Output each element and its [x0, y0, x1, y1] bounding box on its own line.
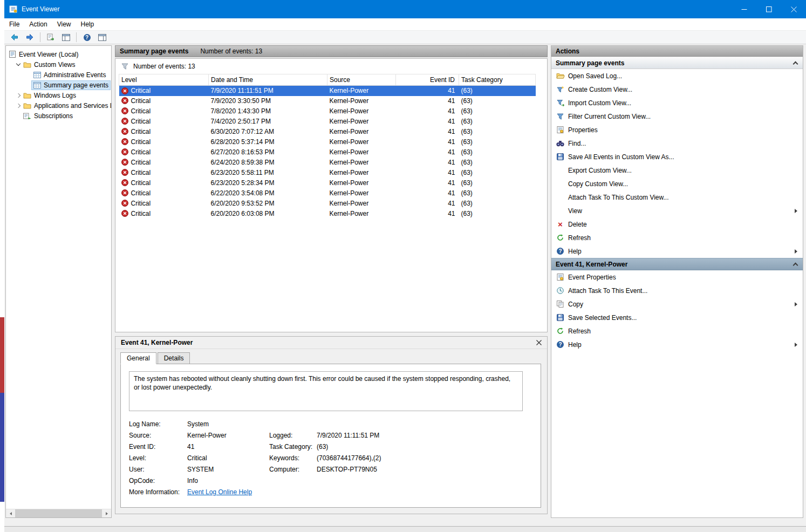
action-refresh[interactable]: Refresh [551, 231, 803, 244]
tab-details[interactable]: Details [158, 352, 190, 364]
action-copy-custom-view[interactable]: Copy Custom View... [551, 177, 803, 190]
console-tree-icon [62, 33, 71, 41]
action-find[interactable]: Find... [551, 137, 803, 150]
help-button[interactable]: ? [80, 31, 94, 43]
column-header-source[interactable]: Source [327, 74, 396, 86]
event-row[interactable]: Critical7/4/2020 2:50:17 PMKernel-Power4… [119, 117, 536, 127]
tree-item-administrative-events[interactable]: Administrative Events [6, 70, 111, 80]
event-row[interactable]: Critical7/9/2020 3:30:50 PMKernel-Power4… [119, 96, 536, 106]
menu-action[interactable]: Action [24, 18, 52, 30]
event-log-online-help-link[interactable]: Event Log Online Help [187, 488, 252, 496]
menu-file[interactable]: File [4, 18, 24, 30]
event-cell: 41 [396, 168, 459, 178]
critical-icon [121, 148, 128, 155]
content-area: Event Viewer (Local) Custom ViewsAdminis… [4, 44, 806, 526]
action-event-properties[interactable]: Event Properties [551, 270, 803, 284]
action-view[interactable]: View [551, 204, 803, 217]
column-header-date-and-time[interactable]: Date and Time [209, 74, 327, 86]
event-cell: Kernel-Power [327, 178, 396, 188]
action-attach-task-to-this-custom-view[interactable]: Attach Task To This Custom View... [551, 190, 803, 204]
critical-icon [121, 138, 128, 145]
scrollbar-thumb[interactable] [15, 509, 102, 518]
event-row[interactable]: Critical6/28/2020 5:37:14 PMKernel-Power… [119, 137, 536, 147]
event-cell: 7/4/2020 2:50:17 PM [209, 117, 327, 127]
titlebar[interactable]: Event Viewer [4, 0, 806, 18]
event-row[interactable]: Critical6/23/2020 5:28:34 PMKernel-Power… [119, 178, 536, 188]
tree-item-event-viewer-local[interactable]: Event Viewer (Local) [6, 49, 111, 59]
close-button[interactable] [781, 0, 806, 18]
back-button[interactable] [8, 31, 22, 43]
column-header-event-id[interactable]: Event ID [396, 74, 459, 86]
action-create-custom-view[interactable]: Create Custom View... [551, 83, 803, 96]
action-copy[interactable]: Copy [551, 297, 803, 311]
event-cell: (63) [459, 127, 536, 137]
event-row[interactable]: Critical6/23/2020 5:58:11 PMKernel-Power… [119, 168, 536, 178]
tree-item-applications-and-services-lo[interactable]: Applications and Services Lo [6, 100, 111, 111]
event-row[interactable]: Critical7/9/2020 11:11:51 PMKernel-Power… [119, 86, 536, 96]
action-filter-current-custom-view[interactable]: Filter Current Custom View... [551, 110, 803, 123]
field-value: Event Log Online Help [187, 488, 269, 496]
tree-item-summary-page-events[interactable]: Summary page events [6, 80, 111, 90]
action-delete[interactable]: ×Delete [551, 217, 803, 231]
action-export-custom-view[interactable]: Export Custom View... [551, 163, 803, 177]
tree-item-subscriptions[interactable]: Subscriptions [6, 111, 111, 121]
critical-icon [121, 97, 128, 104]
action-save-selected-events[interactable]: Save Selected Events... [551, 311, 803, 324]
collapse-section-icon[interactable] [794, 262, 797, 267]
menu-view[interactable]: View [52, 18, 76, 30]
folder-icon [23, 61, 32, 69]
menu-help[interactable]: Help [76, 18, 99, 30]
actions-section-event-41-kernel-power[interactable]: Event 41, Kernel-Power [551, 258, 803, 270]
action-help[interactable]: ?Help [551, 338, 803, 351]
field-label: OpCode: [129, 477, 187, 485]
collapse-expander-icon[interactable] [15, 64, 22, 65]
column-header-level[interactable]: Level [119, 74, 209, 86]
scroll-left-button[interactable] [6, 509, 15, 518]
close-preview-button[interactable] [536, 340, 542, 345]
event-viewer-icon [8, 51, 17, 58]
column-header-task-category[interactable]: Task Category [459, 74, 536, 86]
event-row[interactable]: Critical6/20/2020 9:53:52 PMKernel-Power… [119, 199, 536, 209]
event-row[interactable]: Critical6/20/2020 6:03:08 PMKernel-Power… [119, 209, 536, 219]
action-open-saved-log[interactable]: Open Saved Log... [551, 69, 803, 83]
action-import-custom-view[interactable]: Import Custom View... [551, 96, 803, 110]
events-table: LevelDate and TimeSourceEvent IDTask Cat… [119, 74, 536, 219]
forward-button[interactable] [23, 31, 37, 43]
event-cell: Kernel-Power [327, 168, 396, 178]
action-refresh[interactable]: Refresh [551, 324, 803, 338]
maximize-button[interactable] [756, 0, 781, 18]
event-row[interactable]: Critical7/8/2020 1:43:30 PMKernel-Power4… [119, 106, 536, 117]
scroll-right-button[interactable] [102, 509, 111, 518]
minimize-button[interactable] [732, 0, 756, 18]
field-value: Critical [187, 454, 269, 462]
export-list-button[interactable] [44, 31, 58, 43]
field-value: 41 [187, 443, 269, 451]
critical-icon [121, 200, 128, 207]
event-cell: Kernel-Power [327, 106, 396, 117]
expand-expander-icon[interactable] [15, 94, 22, 97]
event-preview-pane: Event 41, Kernel-Power General Details T… [115, 336, 548, 514]
action-attach-task-to-this-event[interactable]: Attach Task To This Event... [551, 284, 803, 297]
event-row[interactable]: Critical6/27/2020 8:16:53 PMKernel-Power… [119, 147, 536, 158]
action-help[interactable]: ?Help [551, 244, 803, 258]
expand-expander-icon[interactable] [15, 104, 22, 107]
tree-item-windows-logs[interactable]: Windows Logs [6, 90, 111, 100]
console-tree-panel: Event Viewer (Local) Custom ViewsAdminis… [5, 45, 112, 518]
collapse-section-icon[interactable] [794, 60, 797, 66]
action-save-all-events-in-custom-view-as[interactable]: Save All Events in Custom View As... [551, 150, 803, 163]
event-cell: (63) [459, 199, 536, 209]
critical-icon [121, 107, 128, 114]
console-tree-button[interactable] [59, 31, 73, 43]
actions-section-summary-page-events[interactable]: Summary page events [551, 57, 803, 69]
event-row[interactable]: Critical6/22/2020 3:54:08 PMKernel-Power… [119, 188, 536, 199]
tab-general[interactable]: General [120, 352, 156, 364]
event-row[interactable]: Critical6/30/2020 7:07:12 AMKernel-Power… [119, 127, 536, 137]
critical-icon [121, 87, 128, 94]
action-properties[interactable]: Properties [551, 123, 803, 137]
event-cell: 6/27/2020 8:16:53 PM [209, 147, 327, 158]
event-row[interactable]: Critical6/24/2020 8:59:38 PMKernel-Power… [119, 158, 536, 168]
tree-horizontal-scrollbar[interactable] [6, 509, 111, 517]
event-cell: Critical [119, 158, 209, 168]
tree-item-custom-views[interactable]: Custom Views [6, 59, 111, 70]
action-pane-button[interactable] [95, 31, 109, 43]
